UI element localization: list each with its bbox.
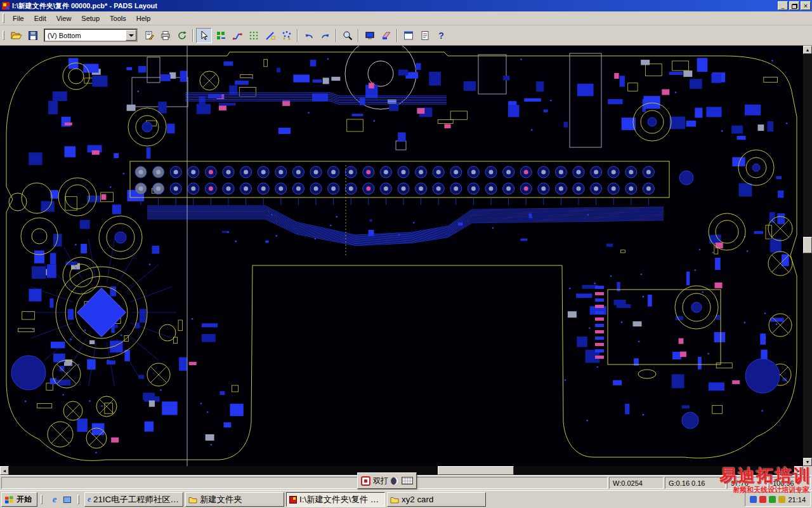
menubar: File Edit View Setup Tools Help: [0, 11, 812, 25]
vertical-scroll-track[interactable]: [803, 54, 812, 458]
help-icon: ?: [438, 30, 444, 41]
status-message-panel: [1, 477, 608, 489]
zoom-button[interactable]: [339, 28, 355, 43]
scroll-up-button[interactable]: ▲: [803, 46, 812, 54]
grid-button[interactable]: [246, 28, 261, 43]
menubar-grip[interactable]: [3, 13, 4, 23]
undo-icon: [304, 30, 314, 41]
minimize-button[interactable]: _: [778, 1, 788, 10]
ime-input-method-icon[interactable]: [361, 476, 370, 486]
layer-dropdown-value: (V) Bottom: [48, 32, 81, 39]
report-button[interactable]: [417, 28, 433, 43]
eco-icon: [144, 30, 154, 41]
ime-toolbar[interactable]: 双打: [357, 472, 417, 489]
eco-button[interactable]: [141, 28, 157, 43]
folder-icon: [390, 496, 399, 504]
select-mode-button[interactable]: [196, 28, 212, 43]
select-arrow-icon: [200, 30, 209, 41]
menu-view[interactable]: View: [51, 13, 77, 24]
design-toolbar-button[interactable]: [213, 28, 228, 43]
board-monitor-icon: [365, 30, 375, 41]
pads-icon: [289, 496, 297, 504]
ie-icon: e: [88, 495, 91, 504]
start-button[interactable]: 开始: [1, 492, 37, 507]
grid-icon: [249, 30, 259, 41]
taskband-grip[interactable]: [77, 495, 79, 504]
close-button[interactable]: ×: [801, 1, 811, 10]
windows-flag-icon: [4, 495, 14, 504]
window-icon: [403, 30, 414, 41]
chevron-down-icon[interactable]: [126, 30, 136, 41]
horizontal-scroll-thumb[interactable]: [438, 466, 514, 475]
tray-icon[interactable]: [778, 496, 785, 503]
pcb-canvas[interactable]: [0, 46, 803, 466]
undo-button[interactable]: [301, 28, 317, 43]
quicklaunch-grip[interactable]: [41, 495, 43, 504]
router-toolbar-button[interactable]: [229, 28, 245, 43]
toolbar-separator: [396, 29, 398, 42]
drafting-toolbar-icon: [265, 30, 275, 41]
restore-button[interactable]: [789, 1, 799, 10]
open-button[interactable]: [8, 28, 24, 43]
router-toolbar-icon: [232, 30, 242, 41]
redo-button[interactable]: [317, 28, 333, 43]
scroll-down-button[interactable]: ▼: [803, 458, 812, 466]
menu-edit[interactable]: Edit: [29, 13, 51, 24]
quicklaunch-ie-icon[interactable]: e: [49, 494, 60, 505]
ime-keyboard-icon[interactable]: [402, 477, 413, 485]
toolbar-separator: [358, 29, 359, 42]
layer-dropdown[interactable]: (V) Bottom: [44, 29, 138, 42]
task-button-folder[interactable]: 新建文件夹: [185, 492, 284, 507]
ime-fullwidth-icon[interactable]: [391, 477, 399, 485]
scroll-right-button[interactable]: ►: [794, 466, 803, 475]
redo-icon: [320, 30, 331, 41]
taskbar: 开始 e e 21IC电子工程师社区 - ... 新建文件夹 I:\新建文件夹\…: [0, 490, 812, 508]
pour-button[interactable]: [378, 28, 394, 43]
start-label: 开始: [16, 494, 32, 505]
system-tray: 21:14: [745, 492, 811, 507]
help-button[interactable]: ?: [433, 28, 449, 43]
tray-icon[interactable]: [759, 496, 766, 503]
app-icon: [1, 1, 10, 10]
task-button-pads-active[interactable]: I:\新建文件夹\复件 00...: [286, 492, 385, 507]
task-button-xy2card[interactable]: xy2 card: [387, 492, 486, 507]
window-title: I:\新建文件夹\复件 00000.pcb* - PADS Layout: [12, 1, 778, 11]
folder-icon: [188, 496, 197, 504]
canvas-area: ▲ ▼: [0, 46, 812, 466]
ime-mode-label[interactable]: 双打: [373, 476, 388, 486]
save-button[interactable]: [25, 28, 41, 43]
print-button[interactable]: [157, 28, 173, 43]
board-monitor-button[interactable]: [362, 28, 377, 43]
window-layers-button[interactable]: [400, 28, 416, 43]
scrollbar-corner: [803, 466, 812, 475]
quicklaunch-desktop-icon[interactable]: [62, 494, 73, 505]
quick-launch: e: [48, 494, 74, 505]
pads-layout-window: I:\新建文件夹\复件 00000.pcb* - PADS Layout _ ×…: [0, 0, 812, 508]
tray-icon[interactable]: [769, 496, 776, 503]
menu-tools[interactable]: Tools: [105, 13, 131, 24]
status-line-width: W:0.0254: [609, 477, 664, 489]
dimension-toolbar-button[interactable]: [278, 28, 294, 43]
drafting-toolbar-button[interactable]: [262, 28, 278, 43]
dimension-toolbar-icon: [282, 30, 292, 41]
redraw-icon: [177, 30, 187, 41]
tray-icon[interactable]: [750, 496, 757, 503]
vertical-scroll-thumb[interactable]: [803, 237, 812, 253]
menu-setup[interactable]: Setup: [76, 13, 105, 24]
toolbar-grip[interactable]: [3, 30, 4, 40]
open-icon: [11, 30, 22, 41]
vertical-scrollbar[interactable]: ▲ ▼: [803, 46, 812, 466]
pour-icon: [381, 30, 391, 41]
print-icon: [160, 30, 171, 41]
menu-file[interactable]: File: [8, 13, 29, 24]
redraw-button[interactable]: [174, 28, 190, 43]
report-icon: [420, 30, 430, 41]
status-y-coordinate: 100.96: [769, 477, 811, 489]
menu-help[interactable]: Help: [131, 13, 156, 24]
status-x-coordinate: 97.76: [727, 477, 768, 489]
status-grid: G:0.16 0.16: [665, 477, 726, 489]
scroll-left-button[interactable]: ◄: [0, 466, 9, 475]
tray-clock[interactable]: 21:14: [788, 496, 806, 504]
restore-icon: [792, 4, 797, 9]
task-button-21ic[interactable]: e 21IC电子工程师社区 - ...: [84, 492, 183, 507]
